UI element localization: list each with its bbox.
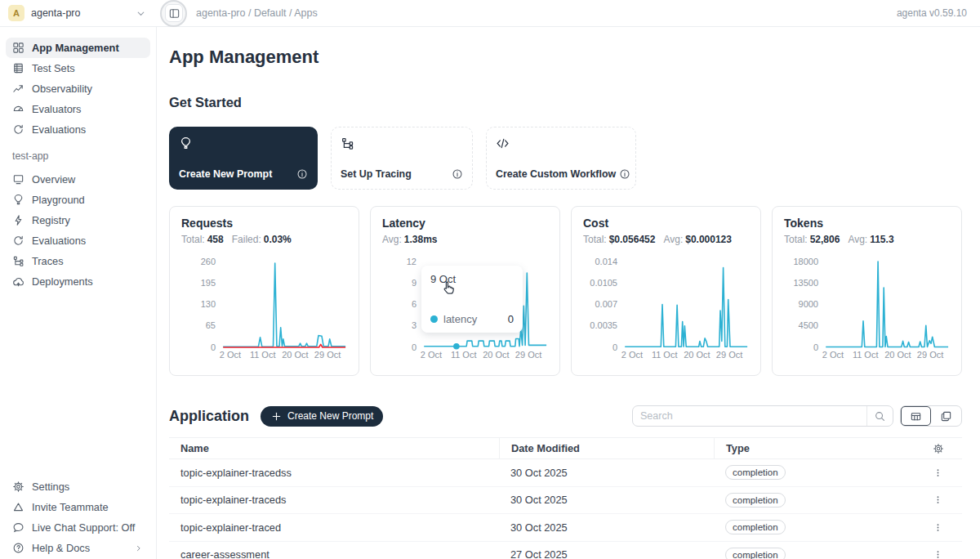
svg-text:20 Oct: 20 Oct [282,350,308,360]
search-icon[interactable] [874,410,886,423]
main-content: App Management Get Started Create New Pr… [157,27,980,559]
svg-text:2 Oct: 2 Oct [421,350,442,360]
metric-stat: Total:52,806 [784,234,840,245]
sidebar-item-deployments[interactable]: Deployments [6,271,150,292]
create-new-prompt-button[interactable]: Create New Prompt [261,406,383,427]
card-footer: Create New Prompt [179,168,308,180]
panel-icon [168,7,180,20]
metric-card-tokens: TokensTotal:52,806Avg:115.30450090001350… [772,206,962,376]
svg-text:29 Oct: 29 Oct [917,350,943,360]
sidebar-item-evaluations[interactable]: Evaluations [6,119,150,140]
tooltip-series-dot [430,315,438,323]
sidebar-toggle-button[interactable] [165,4,183,22]
grid-icon [12,42,24,54]
view-toggle [900,405,962,427]
search-input[interactable]: Search [632,405,893,427]
svg-text:29 Oct: 29 Oct [314,350,341,360]
svg-text:29 Oct: 29 Oct [716,350,742,360]
row-menu-icon[interactable] [932,494,944,506]
svg-text:260: 260 [201,257,216,266]
svg-text:0.0035: 0.0035 [590,320,617,330]
help-icon [12,542,24,554]
sidebar-main-nav: App ManagementTest SetsObservabilityEval… [6,38,150,140]
get-started-cards: Create New PromptSet Up TracingCreate Cu… [169,127,962,190]
type-badge: completion [725,493,786,508]
chart-cost[interactable]: 00.00350.0070.01050.0142 Oct11 Oct20 Oct… [583,248,752,367]
chart-tokens[interactable]: 04500900013500180002 Oct11 Oct20 Oct29 O… [784,248,953,367]
row-menu-cell [887,494,962,506]
sidebar-item-label: Traces [32,255,64,267]
card-view-icon [940,410,952,423]
svg-text:4500: 4500 [799,320,818,330]
svg-text:65: 65 [206,320,216,330]
balloon-icon [12,194,24,206]
sidebar-item-overview[interactable]: Overview [6,169,150,190]
cell-name: career-assessment [169,548,499,559]
column-header-type[interactable]: Type [714,438,887,458]
sidebar-item-label: Evaluations [32,235,86,247]
chevron-right-icon [134,543,144,553]
sidebar-item-playground[interactable]: Playground [6,190,150,210]
column-header-date-modified[interactable]: Date Modified [499,438,714,458]
row-menu-cell [887,548,962,559]
table-row[interactable]: topic-explainer-traceds30 Oct 2025comple… [169,487,962,515]
gear-icon [12,481,24,493]
sidebar-item-invite-teammate[interactable]: Invite Teammate [6,497,150,517]
metric-stat: Avg:1.38ms [382,234,438,245]
gauge-icon [12,103,24,115]
svg-text:0.0105: 0.0105 [590,278,617,288]
chevron-down-icon [135,7,147,20]
tooltip-series-name: latency [443,313,477,325]
sidebar-item-help-docs[interactable]: Help & Docs [6,538,150,558]
cell-type: completion [714,465,887,480]
svg-text:12: 12 [407,257,416,266]
cell-date-modified: 30 Oct 2025 [499,467,714,479]
type-badge: completion [725,520,786,534]
workspace-selector[interactable]: A agenta-pro [0,0,157,26]
sidebar-item-evaluators[interactable]: Evaluators [6,99,150,119]
svg-text:29 Oct: 29 Oct [515,350,541,360]
get-started-card-create-new-prompt[interactable]: Create New Prompt [169,127,318,190]
sidebar-item-label: Test Sets [32,62,75,74]
get-started-card-create-custom-workflow[interactable]: Create Custom Workflow [486,127,636,190]
row-menu-icon[interactable] [932,467,944,479]
card-view-button[interactable] [931,406,961,426]
sidebar-item-registry[interactable]: Registry [6,210,150,230]
breadcrumb: agenta-pro / Default / Apps [196,7,318,19]
metric-card-latency: LatencyAvg:1.38ms0369122 Oct11 Oct20 Oct… [370,206,560,376]
row-menu-icon[interactable] [932,521,944,534]
table-view-button[interactable] [901,406,931,426]
sidebar-section-label: test-app [6,140,150,169]
balloon-icon [179,136,193,150]
table-row[interactable]: career-assessment27 Oct 2025completion [169,542,962,559]
plus-icon [270,410,283,423]
sidebar-item-live-chat-support-off[interactable]: Live Chat Support: Off [6,517,150,538]
applications-table: NameDate ModifiedType topic-explainer-tr… [169,437,962,559]
metric-stat: Avg:115.3 [848,234,893,245]
sidebar-item-settings[interactable]: Settings [6,476,150,497]
card-footer: Set Up Tracing [341,168,463,180]
svg-text:20 Oct: 20 Oct [884,350,911,360]
table-settings-icon[interactable] [933,443,944,454]
table-row[interactable]: topic-explainer-tracedss30 Oct 2025compl… [169,459,962,487]
table-view-icon [910,410,922,423]
svg-text:3: 3 [412,320,416,330]
row-menu-icon[interactable] [932,548,944,559]
svg-text:13500: 13500 [793,278,818,288]
application-header: Application Create New Prompt Search [169,405,962,427]
sidebar-item-label: Deployments [32,275,93,288]
column-header-name[interactable]: Name [169,438,499,458]
workspace-avatar: A [8,5,24,21]
sidebar-item-evaluations[interactable]: Evaluations [6,230,150,251]
svg-text:2 Oct: 2 Oct [220,350,241,360]
sidebar-item-observability[interactable]: Observability [6,78,150,99]
sidebar-item-test-sets[interactable]: Test Sets [6,58,150,78]
chart-requests[interactable]: 0651301952602 Oct11 Oct20 Oct29 Oct [181,248,350,367]
svg-text:2 Oct: 2 Oct [822,350,844,360]
sidebar-item-traces[interactable]: Traces [6,251,150,271]
sidebar-item-app-management[interactable]: App Management [6,38,150,58]
table-row[interactable]: topic-explainer-traced30 Oct 2025complet… [169,514,962,542]
get-started-card-set-up-tracing[interactable]: Set Up Tracing [331,127,473,190]
svg-text:0: 0 [813,342,818,352]
cell-type: completion [714,493,887,508]
